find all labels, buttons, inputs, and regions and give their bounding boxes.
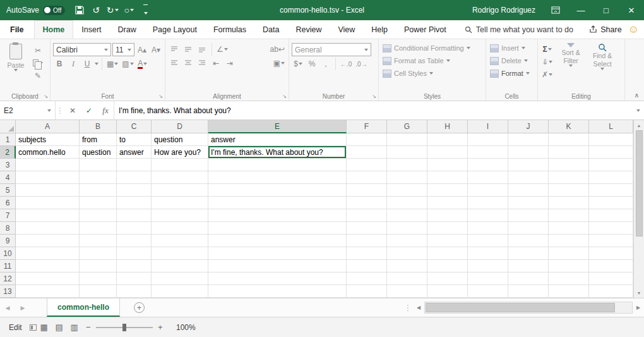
new-sheet-button[interactable]: + <box>134 302 145 313</box>
cell-H5[interactable] <box>427 184 468 197</box>
cell-L2[interactable] <box>589 146 633 159</box>
cell-E5[interactable] <box>208 184 347 197</box>
cell-J1[interactable] <box>508 133 549 146</box>
increase-indent-button[interactable]: ⇥ <box>224 57 236 69</box>
cell-B6[interactable] <box>80 197 117 209</box>
share-button[interactable]: Share <box>589 20 621 39</box>
cell-F6[interactable] <box>347 197 387 209</box>
cell-H4[interactable] <box>427 171 468 184</box>
zoom-in-button[interactable]: + <box>154 322 167 332</box>
row-header-12[interactable]: 12 <box>0 273 16 285</box>
cell-A12[interactable] <box>16 273 80 285</box>
tab-view[interactable]: View <box>330 20 363 39</box>
cell-styles-button[interactable]: Cell Styles <box>381 67 483 80</box>
number-dialog-launcher[interactable]: ↘ <box>372 94 376 99</box>
cell-A4[interactable] <box>16 171 80 184</box>
cell-J7[interactable] <box>508 209 549 222</box>
clear-button[interactable]: ✗ <box>540 68 554 80</box>
cell-B1[interactable]: from <box>80 133 117 146</box>
column-header-D[interactable]: D <box>152 120 208 133</box>
cell-K8[interactable] <box>549 222 589 235</box>
column-header-K[interactable]: K <box>549 120 589 133</box>
column-header-J[interactable]: J <box>508 120 549 133</box>
cell-C7[interactable] <box>117 209 152 222</box>
zoom-out-button[interactable]: − <box>82 322 95 332</box>
cell-J5[interactable] <box>508 184 549 197</box>
cell-L13[interactable] <box>589 285 633 298</box>
cell-G6[interactable] <box>387 197 427 209</box>
cell-H8[interactable] <box>427 222 468 235</box>
row-header-2[interactable]: 2 <box>0 146 16 159</box>
copy-button[interactable] <box>32 57 44 69</box>
cell-F8[interactable] <box>347 222 387 235</box>
cell-K7[interactable] <box>549 209 589 222</box>
fill-color-button[interactable]: ▨ <box>121 58 134 70</box>
tab-page-layout[interactable]: Page Layout <box>145 20 205 39</box>
alignment-dialog-launcher[interactable]: ↘ <box>282 94 287 99</box>
merge-center-button[interactable]: ▣ <box>272 57 286 69</box>
cell-A3[interactable] <box>16 159 80 171</box>
cell-D3[interactable] <box>152 159 208 171</box>
cell-G7[interactable] <box>387 209 427 222</box>
cell-H7[interactable] <box>427 209 468 222</box>
macro-record-icon[interactable] <box>30 324 37 331</box>
bottom-align-button[interactable] <box>196 44 208 56</box>
format-painter-button[interactable]: ✎ <box>32 70 44 82</box>
formula-bar-expand-button[interactable] <box>633 101 644 119</box>
cell-A6[interactable] <box>16 197 80 209</box>
cell-I4[interactable] <box>468 171 508 184</box>
cell-C13[interactable] <box>117 285 152 298</box>
tab-insert[interactable]: Insert <box>73 20 109 39</box>
italic-button[interactable]: I <box>67 58 80 70</box>
sort-filter-button[interactable]: Sort & Filter <box>556 42 585 80</box>
cell-H10[interactable] <box>427 247 468 260</box>
cell-F2[interactable] <box>347 146 387 159</box>
number-format-select[interactable]: General <box>292 43 371 56</box>
cell-C4[interactable] <box>117 171 152 184</box>
cell-G1[interactable] <box>387 133 427 146</box>
cell-F3[interactable] <box>347 159 387 171</box>
decrease-indent-button[interactable]: ⇤ <box>210 57 222 69</box>
cell-C12[interactable] <box>117 273 152 285</box>
cell-F10[interactable] <box>347 247 387 260</box>
format-cells-button[interactable]: Format <box>489 67 535 80</box>
tab-formulas[interactable]: Formulas <box>205 20 254 39</box>
row-header-13[interactable]: 13 <box>0 285 16 298</box>
cell-H1[interactable] <box>427 133 468 146</box>
cell-K13[interactable] <box>549 285 589 298</box>
cell-J13[interactable] <box>508 285 549 298</box>
cell-L10[interactable] <box>589 247 633 260</box>
cell-B10[interactable] <box>80 247 117 260</box>
cell-F7[interactable] <box>347 209 387 222</box>
cell-E6[interactable] <box>208 197 347 209</box>
cell-B4[interactable] <box>80 171 117 184</box>
cell-F12[interactable] <box>347 273 387 285</box>
insert-cells-button[interactable]: Insert <box>489 42 535 54</box>
redo-button[interactable]: ↻ <box>105 3 119 18</box>
tab-file[interactable]: File <box>0 20 34 39</box>
center-button[interactable] <box>182 57 194 69</box>
top-align-button[interactable] <box>168 44 181 56</box>
cell-L1[interactable] <box>589 133 633 146</box>
page-layout-view-button[interactable]: ▤ <box>52 321 67 334</box>
cell-G9[interactable] <box>387 235 427 247</box>
cell-J6[interactable] <box>508 197 549 209</box>
cell-C6[interactable] <box>117 197 152 209</box>
cell-K12[interactable] <box>549 273 589 285</box>
cell-L4[interactable] <box>589 171 633 184</box>
cell-J12[interactable] <box>508 273 549 285</box>
cell-A5[interactable] <box>16 184 80 197</box>
customize-qat-button[interactable] <box>138 3 152 18</box>
accounting-format-button[interactable]: $ <box>292 58 304 70</box>
row-header-11[interactable]: 11 <box>0 260 16 273</box>
cell-C9[interactable] <box>117 235 152 247</box>
cell-K11[interactable] <box>549 260 589 273</box>
cell-G3[interactable] <box>387 159 427 171</box>
hscroll-right-arrow[interactable]: ▶ <box>633 298 644 317</box>
cell-E12[interactable] <box>208 273 347 285</box>
cell-J2[interactable] <box>508 146 549 159</box>
cell-K3[interactable] <box>549 159 589 171</box>
cell-I12[interactable] <box>468 273 508 285</box>
cell-L3[interactable] <box>589 159 633 171</box>
vertical-scrollbar-thumb[interactable] <box>636 130 643 236</box>
